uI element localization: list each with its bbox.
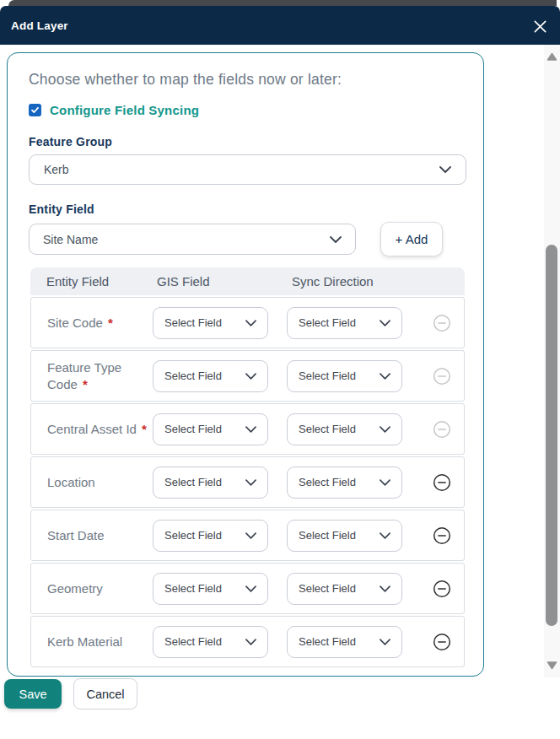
row-label: Central Asset Id * <box>31 421 153 438</box>
row-label: Feature Type Code * <box>31 359 153 393</box>
select-field-value: Select Field <box>299 370 356 382</box>
select-field-value: Select Field <box>299 476 356 488</box>
chevron-down-icon <box>380 426 390 433</box>
select-field-value: Select Field <box>164 529 222 542</box>
minus-circle-icon <box>433 580 451 598</box>
scroll-up-icon[interactable] <box>547 52 557 61</box>
chevron-down-icon <box>245 320 256 326</box>
chevron-down-icon <box>380 479 390 486</box>
field-mapping-table: Entity Field GIS Field Sync Direction Si… <box>30 267 465 667</box>
table-row: Feature Type Code * Select Field Select … <box>30 350 465 402</box>
select-field-value: Select Field <box>164 582 222 595</box>
remove-row-button[interactable] <box>433 633 451 651</box>
table-row: Central Asset Id * Select Field Select F… <box>30 403 465 455</box>
chevron-down-icon <box>439 166 451 173</box>
feature-group-value: Kerb <box>44 163 69 176</box>
select-field-value: Select Field <box>299 316 356 329</box>
feature-group-select[interactable]: Kerb <box>29 154 466 185</box>
select-field-value: Select Field <box>299 423 356 435</box>
row-label: Start Date <box>31 527 153 544</box>
gis-field-select[interactable]: Select Field <box>153 307 268 339</box>
vertical-scrollbar[interactable] <box>544 45 560 677</box>
table-row: Kerb Material Select Field Select Field <box>30 616 465 667</box>
sync-direction-select[interactable]: Select Field <box>287 413 402 445</box>
remove-row-button[interactable] <box>433 526 451 545</box>
entity-field-label: Entity Field <box>29 202 466 216</box>
minus-circle-icon <box>433 420 451 439</box>
remove-row-button[interactable] <box>433 580 451 598</box>
scroll-down-icon[interactable] <box>547 661 557 670</box>
close-icon <box>532 19 548 35</box>
minus-circle-icon <box>433 633 451 651</box>
table-row: Start Date Select Field Select Field <box>30 510 465 561</box>
sync-direction-select[interactable]: Select Field <box>287 573 402 605</box>
intro-text: Choose whether to map the fields now or … <box>29 71 466 89</box>
entity-field-row: Site Name + Add <box>29 222 466 256</box>
row-label: Geometry <box>31 580 153 597</box>
remove-row-button[interactable] <box>433 367 451 386</box>
row-label: Kerb Material <box>31 634 153 650</box>
feature-group-label: Feature Group <box>29 135 466 148</box>
entity-field-select[interactable]: Site Name <box>29 224 356 255</box>
minus-circle-icon <box>433 367 451 386</box>
scrollbar-thumb[interactable] <box>546 245 557 626</box>
chevron-down-icon <box>380 532 390 539</box>
field-table-body: Site Code * Select Field Select Field Fe… <box>30 297 465 667</box>
gis-field-select[interactable]: Select Field <box>153 573 268 605</box>
field-mapping-panel: Choose whether to map the fields now or … <box>7 52 484 677</box>
minus-circle-icon <box>433 473 451 492</box>
header-entity-field: Entity Field <box>30 274 157 289</box>
configure-field-syncing-label: Configure Field Syncing <box>50 103 199 117</box>
save-button[interactable]: Save <box>4 679 62 709</box>
table-row: Location Select Field Select Field <box>30 456 465 508</box>
modal-header: Add Layer <box>0 6 560 45</box>
sync-direction-select[interactable]: Select Field <box>287 626 402 658</box>
table-header-row: Entity Field GIS Field Sync Direction <box>30 267 465 295</box>
chevron-down-icon <box>380 639 390 645</box>
remove-row-button[interactable] <box>433 473 451 492</box>
gis-field-select[interactable]: Select Field <box>153 520 268 552</box>
header-gis-field: GIS Field <box>157 274 292 289</box>
close-button[interactable] <box>530 16 550 36</box>
table-row: Geometry Select Field Select Field <box>30 563 465 614</box>
select-field-value: Select Field <box>164 476 222 488</box>
configure-field-syncing-checkbox-row[interactable]: Configure Field Syncing <box>29 103 466 117</box>
chevron-down-icon <box>380 373 390 380</box>
sync-direction-select[interactable]: Select Field <box>287 467 402 499</box>
table-row: Site Code * Select Field Select Field <box>30 297 465 348</box>
sync-direction-select[interactable]: Select Field <box>287 307 402 339</box>
checkbox-checked-icon[interactable] <box>29 104 41 116</box>
chevron-down-icon <box>380 585 390 592</box>
sync-direction-select[interactable]: Select Field <box>287 520 402 552</box>
add-field-button[interactable]: + Add <box>380 222 443 256</box>
row-label: Site Code * <box>31 315 153 332</box>
header-sync-direction: Sync Direction <box>292 274 374 289</box>
window-top-strip <box>8 0 557 6</box>
gis-field-select[interactable]: Select Field <box>153 467 268 499</box>
select-field-value: Select Field <box>299 635 356 648</box>
gis-field-select[interactable]: Select Field <box>153 413 268 445</box>
select-field-value: Select Field <box>164 635 222 648</box>
sync-direction-select[interactable]: Select Field <box>287 360 402 392</box>
select-field-value: Select Field <box>299 529 356 542</box>
remove-row-button[interactable] <box>433 314 451 332</box>
chevron-down-icon <box>380 320 390 326</box>
chevron-down-icon <box>245 479 256 486</box>
chevron-down-icon <box>245 585 256 592</box>
cancel-button[interactable]: Cancel <box>73 678 137 709</box>
gis-field-select[interactable]: Select Field <box>153 360 268 392</box>
chevron-down-icon <box>330 236 342 243</box>
chevron-down-icon <box>245 639 256 645</box>
entity-field-value: Site Name <box>43 233 98 246</box>
chevron-down-icon <box>245 373 256 380</box>
chevron-down-icon <box>245 426 256 433</box>
chevron-down-icon <box>245 532 256 539</box>
remove-row-button[interactable] <box>433 420 451 439</box>
minus-circle-icon <box>433 526 451 545</box>
select-field-value: Select Field <box>164 316 222 329</box>
select-field-value: Select Field <box>299 582 356 595</box>
gis-field-select[interactable]: Select Field <box>153 626 268 658</box>
modal-title: Add Layer <box>11 19 68 32</box>
row-label: Location <box>31 474 153 491</box>
select-field-value: Select Field <box>164 423 222 435</box>
